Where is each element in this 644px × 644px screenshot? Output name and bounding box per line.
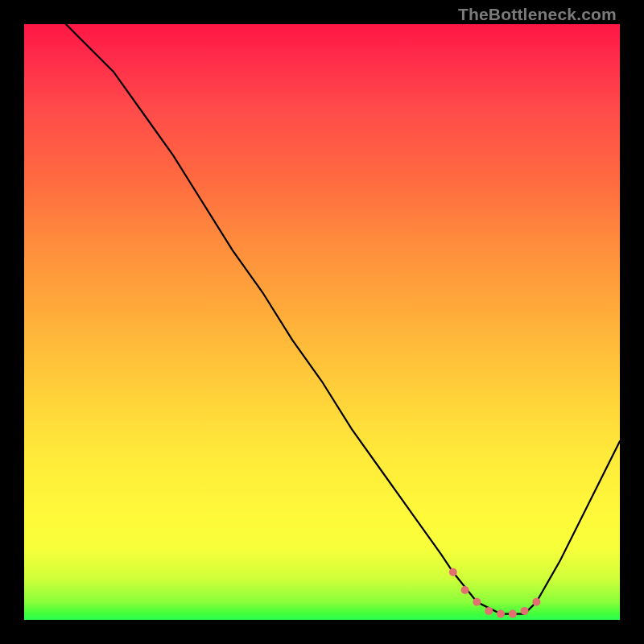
marker-point [532,598,540,606]
bottleneck-curve [66,24,620,614]
marker-point [461,586,469,594]
plot-area [24,24,620,620]
chart-container: TheBottleneck.com [0,0,644,644]
marker-point [485,607,493,615]
marker-point [449,568,457,576]
watermark-text: TheBottleneck.com [458,5,617,24]
chart-svg [24,24,620,620]
marker-point [509,610,517,618]
marker-point [497,610,505,618]
marker-point [521,607,529,615]
marker-point [473,598,481,606]
